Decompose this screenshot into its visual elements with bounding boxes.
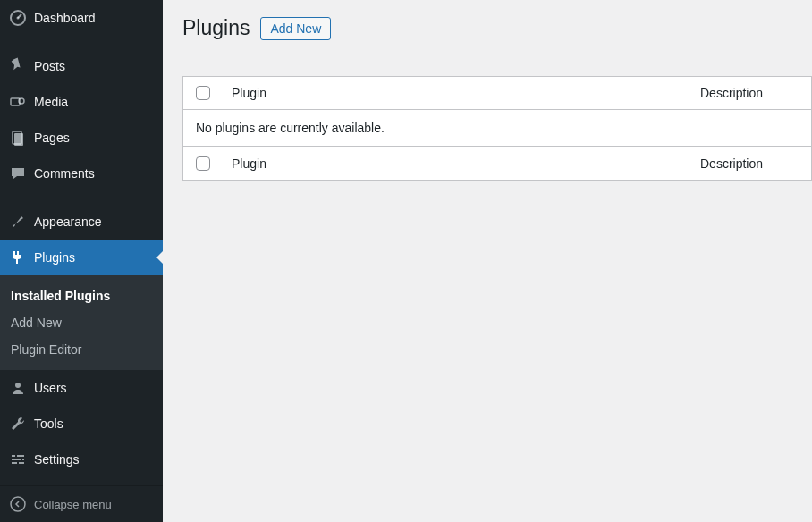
sidebar-item-appearance[interactable]: Appearance <box>0 204 163 240</box>
brush-icon <box>9 213 27 231</box>
sidebar-item-label: Plugins <box>34 250 75 265</box>
sidebar-item-tools[interactable]: Tools <box>0 406 163 442</box>
sidebar-item-label: Media <box>34 95 68 109</box>
sidebar-item-settings[interactable]: Settings <box>0 442 163 477</box>
menu-separator <box>0 191 163 204</box>
sidebar-item-pages[interactable]: Pages <box>0 120 163 156</box>
svg-rect-5 <box>14 133 23 146</box>
admin-sidebar: Dashboard Posts Media Pages Comments App… <box>0 0 163 522</box>
column-footer-description[interactable]: Description <box>700 156 799 171</box>
sidebar-item-media[interactable]: Media <box>0 84 163 120</box>
sidebar-item-label: Posts <box>34 59 65 73</box>
select-all-checkbox[interactable] <box>196 86 210 100</box>
table-footer-row: Plugin Description <box>183 147 811 180</box>
page-icon <box>9 129 27 147</box>
collapse-icon <box>9 495 27 513</box>
column-header-description[interactable]: Description <box>700 86 799 100</box>
plug-icon <box>9 248 27 266</box>
main-content: Plugins Add New Plugin Description No pl… <box>163 0 812 522</box>
page-heading: Plugins Add New <box>182 16 812 40</box>
table-header-row: Plugin Description <box>183 77 811 110</box>
submenu-item-installed[interactable]: Installed Plugins <box>0 282 163 309</box>
submenu-item-editor[interactable]: Plugin Editor <box>0 336 163 363</box>
wrench-icon <box>9 415 27 433</box>
sidebar-item-label: Users <box>34 381 67 395</box>
sidebar-item-plugins[interactable]: Plugins <box>0 240 163 275</box>
comment-icon <box>9 164 27 182</box>
plugins-table: Plugin Description No plugins are curren… <box>182 76 812 181</box>
sidebar-item-comments[interactable]: Comments <box>0 156 163 191</box>
sidebar-item-label: Pages <box>34 130 70 145</box>
sidebar-item-users[interactable]: Users <box>0 370 163 406</box>
sidebar-item-label: Settings <box>34 452 80 467</box>
sliders-icon <box>9 450 27 468</box>
sidebar-item-posts[interactable]: Posts <box>0 48 163 84</box>
user-icon <box>9 379 27 397</box>
pin-icon <box>9 57 27 75</box>
select-all-checkbox-footer[interactable] <box>196 156 210 171</box>
collapse-menu[interactable]: Collapse menu <box>0 485 163 522</box>
collapse-label: Collapse menu <box>34 498 112 511</box>
plugins-submenu: Installed Plugins Add New Plugin Editor <box>0 275 163 370</box>
sidebar-item-dashboard[interactable]: Dashboard <box>0 0 163 36</box>
empty-message: No plugins are currently available. <box>183 110 811 147</box>
submenu-item-addnew[interactable]: Add New <box>0 309 163 336</box>
column-footer-plugin[interactable]: Plugin <box>232 156 700 171</box>
sidebar-item-label: Tools <box>34 417 63 431</box>
svg-point-7 <box>11 497 25 511</box>
sidebar-item-label: Appearance <box>34 215 102 229</box>
sidebar-item-label: Comments <box>34 166 95 181</box>
add-new-button[interactable]: Add New <box>260 17 331 40</box>
column-header-plugin[interactable]: Plugin <box>232 86 700 100</box>
svg-point-1 <box>17 17 20 20</box>
svg-point-6 <box>15 383 21 388</box>
select-all-footer-cell <box>196 156 232 171</box>
select-all-header-cell <box>196 86 232 100</box>
media-icon <box>9 93 27 111</box>
dashboard-icon <box>9 9 27 27</box>
sidebar-item-label: Dashboard <box>34 11 96 25</box>
menu-separator <box>0 36 163 48</box>
page-title: Plugins <box>182 16 250 40</box>
